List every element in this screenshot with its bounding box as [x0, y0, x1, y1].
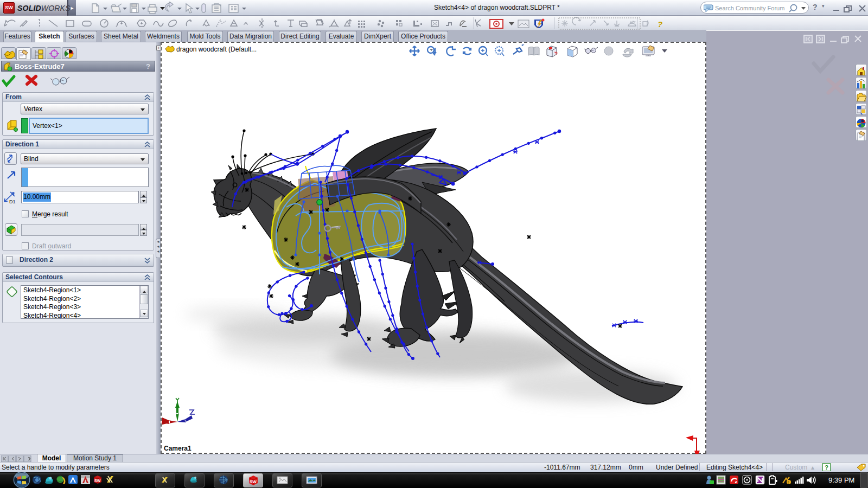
svg-text:SW: SW — [250, 479, 257, 484]
svg-text:!: ! — [788, 480, 789, 485]
svg-text:SW: SW — [94, 479, 101, 483]
svg-text:D1: D1 — [9, 199, 16, 204]
svg-text:9:39 PM: 9:39 PM — [828, 476, 854, 484]
svg-text:?: ? — [658, 20, 662, 29]
